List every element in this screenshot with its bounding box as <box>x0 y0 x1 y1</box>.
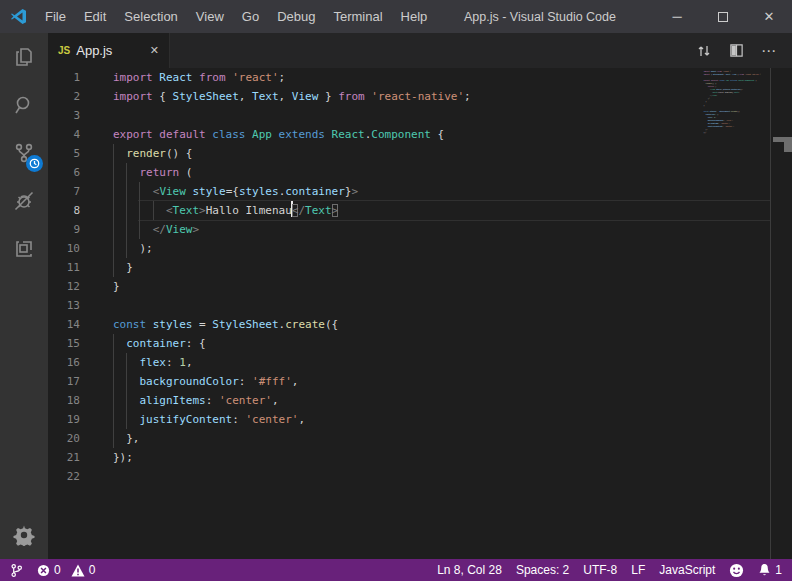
indentation[interactable]: Spaces: 2 <box>516 563 569 577</box>
indent-guide <box>126 163 127 182</box>
code-line: 4export default class App extends React.… <box>48 125 792 144</box>
line-number: 3 <box>48 106 110 125</box>
code-line: 11 } <box>48 258 792 277</box>
indent-guide <box>113 429 114 448</box>
code-line: 18 alignItems: 'center', <box>48 391 792 410</box>
menu-terminal[interactable]: Terminal <box>324 0 391 33</box>
line-number: 14 <box>48 315 110 334</box>
indent-guide <box>113 220 114 239</box>
indent-guide <box>126 201 127 220</box>
menu-debug[interactable]: Debug <box>268 0 324 33</box>
code-line: 9 </View> <box>48 220 792 239</box>
line-number: 11 <box>48 258 110 277</box>
code-line: 5 render() { <box>48 144 792 163</box>
menu-view[interactable]: View <box>187 0 233 33</box>
menu-selection[interactable]: Selection <box>115 0 186 33</box>
indent-guide <box>139 220 140 239</box>
more-actions-icon[interactable]: ⋯ <box>761 46 777 56</box>
indent-guide <box>113 334 114 353</box>
menu-bar: FileEditSelectionViewGoDebugTerminalHelp <box>36 0 436 33</box>
indent-guide <box>139 182 140 201</box>
line-number: 12 <box>48 277 110 296</box>
line-number: 6 <box>48 163 110 182</box>
cursor-position[interactable]: Ln 8, Col 28 <box>437 563 502 577</box>
indent-guide <box>113 144 114 163</box>
line-number: 10 <box>48 239 110 258</box>
minimap[interactable]: import React from 'react';import { Style… <box>700 68 770 559</box>
code-line <box>703 134 770 137</box>
settings-gear-icon[interactable] <box>0 511 48 559</box>
line-number: 13 <box>48 296 110 315</box>
close-window-button-icon[interactable]: ✕ <box>746 0 792 33</box>
line-number: 7 <box>48 182 110 201</box>
indent-guide <box>153 201 154 220</box>
line-number: 16 <box>48 353 110 372</box>
indent-guide <box>113 372 114 391</box>
warning-count: 0 <box>89 563 96 577</box>
code-line: 2import { StyleSheet, Text, View } from … <box>48 87 792 106</box>
line-number: 15 <box>48 334 110 353</box>
code-line: 20 }, <box>48 429 792 448</box>
vscode-logo-icon <box>10 8 27 25</box>
menu-go[interactable]: Go <box>233 0 268 33</box>
indent-guide <box>113 391 114 410</box>
line-number: 20 <box>48 429 110 448</box>
code-line: 8 <Text>Hallo Ilmenau</Text> <box>48 201 792 220</box>
menu-file[interactable]: File <box>36 0 75 33</box>
code-editor[interactable]: 1import React from 'react';2import { Sty… <box>48 68 792 559</box>
close-tab-icon[interactable]: ✕ <box>150 44 159 57</box>
code-lines: 1import React from 'react';2import { Sty… <box>48 68 792 486</box>
indent-guide <box>113 239 114 258</box>
line-number: 19 <box>48 410 110 429</box>
line-number: 5 <box>48 144 110 163</box>
line-number: 1 <box>48 68 110 87</box>
code-line: 14const styles = StyleSheet.create({ <box>48 315 792 334</box>
overview-ruler[interactable] <box>770 68 792 559</box>
notifications[interactable]: 1 <box>758 563 782 577</box>
smiley-icon <box>729 563 744 578</box>
code-line: 10 ); <box>48 239 792 258</box>
language-mode[interactable]: JavaScript <box>659 563 715 577</box>
indent-guide <box>126 410 127 429</box>
code-line: 19 justifyContent: 'center', <box>48 410 792 429</box>
overview-line-marker <box>784 142 792 152</box>
indent-guide <box>126 353 127 372</box>
split-editor-icon[interactable] <box>729 43 744 58</box>
indent-guide <box>113 353 114 372</box>
indent-guide <box>126 182 127 201</box>
branch-indicator[interactable] <box>10 563 23 578</box>
indent-guide <box>113 201 114 220</box>
line-number: 2 <box>48 87 110 106</box>
code-line: 1import React from 'react'; <box>48 68 792 87</box>
indent-guide <box>126 391 127 410</box>
code-line: 21}); <box>48 448 792 467</box>
explorer-icon[interactable] <box>0 33 48 81</box>
indent-guide <box>126 372 127 391</box>
open-changes-icon[interactable] <box>696 43 712 59</box>
minimize-button-icon[interactable]: ─ <box>654 0 700 33</box>
maximize-button-icon[interactable] <box>700 0 746 33</box>
menu-edit[interactable]: Edit <box>75 0 115 33</box>
activity-bar-spacer <box>0 273 48 511</box>
line-number: 22 <box>48 467 110 486</box>
debug-icon[interactable] <box>0 177 48 225</box>
search-icon[interactable] <box>0 81 48 129</box>
indent-guide <box>113 258 114 277</box>
vscode-window: FileEditSelectionViewGoDebugTerminalHelp… <box>0 0 792 581</box>
eol-sequence[interactable]: LF <box>631 563 645 577</box>
code-line: 15 container: { <box>48 334 792 353</box>
tab-appjs[interactable]: JS App.js ✕ <box>48 33 170 68</box>
menu-help[interactable]: Help <box>392 0 437 33</box>
extensions-icon[interactable] <box>0 225 48 273</box>
status-bar: 0 0 Ln 8, Col 28 Spaces: 2 UTF-8 LF Java… <box>0 559 792 581</box>
code-line: 7 <View style={styles.container}> <box>48 182 792 201</box>
error-count: 0 <box>54 563 61 577</box>
problems-indicator[interactable]: 0 0 <box>37 563 95 577</box>
source-control-icon[interactable] <box>0 129 48 177</box>
code-line: 12} <box>48 277 792 296</box>
line-number: 18 <box>48 391 110 410</box>
indent-guide <box>113 182 114 201</box>
minimap-content: import React from 'react';import { Style… <box>703 70 770 137</box>
encoding[interactable]: UTF-8 <box>583 563 617 577</box>
feedback-smiley[interactable] <box>729 563 744 578</box>
